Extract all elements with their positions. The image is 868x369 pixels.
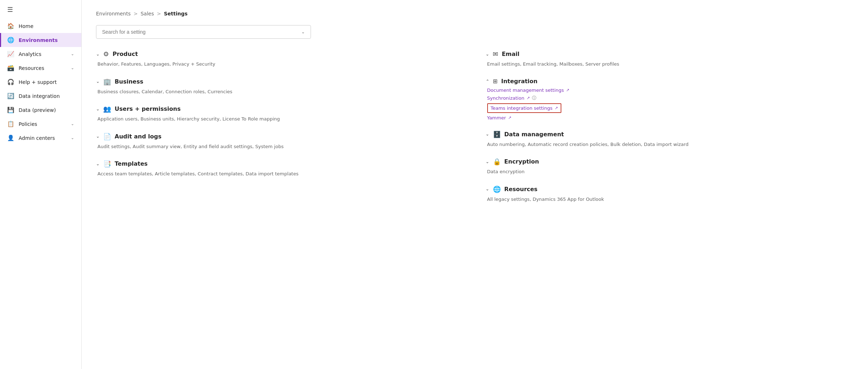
section-business: ⌄ 🏢 Business Business closures, Calendar… xyxy=(96,78,464,95)
external-link-icon: ↗ xyxy=(527,96,530,100)
sidebar-label: Data (preview) xyxy=(19,107,74,113)
doc-mgmt-link[interactable]: Document management settings ↗ xyxy=(487,87,854,93)
collapse-icon[interactable]: ⌄ xyxy=(486,132,489,137)
hamburger-menu[interactable]: ☰ xyxy=(0,0,81,19)
collapse-icon[interactable]: ⌄ xyxy=(96,79,100,84)
sidebar-item-help-support[interactable]: 🎧 Help + support xyxy=(0,75,81,89)
sidebar-item-policies[interactable]: 📋 Policies ⌄ xyxy=(0,117,81,131)
section-header-audit: ⌄ 📄 Audit and logs xyxy=(96,133,464,140)
section-title-resources-right[interactable]: Resources xyxy=(504,186,538,193)
section-header-resources-right: ⌄ 🌐 Resources xyxy=(486,185,854,193)
section-title-business[interactable]: Business xyxy=(115,78,143,85)
section-title-email[interactable]: Email xyxy=(502,51,519,57)
left-column: ⌄ ⚙️ Product Behavior, Features, Languag… xyxy=(96,50,464,213)
breadcrumb-sep2: > xyxy=(157,11,161,16)
collapse-icon[interactable]: ⌄ xyxy=(486,52,489,57)
info-icon: ⓘ xyxy=(532,95,536,101)
section-integration: ⌄ ⊞ Integration Document management sett… xyxy=(486,78,854,120)
section-title-users[interactable]: Users + permissions xyxy=(115,105,181,112)
collapse-icon[interactable]: ⌄ xyxy=(96,161,100,166)
section-header-encryption: ⌄ 🔒 Encryption xyxy=(486,158,854,165)
analytics-icon: 📈 xyxy=(7,51,14,57)
data-preview-icon: 💾 xyxy=(7,107,14,113)
section-links-audit: Audit settings, Audit summary view, Enti… xyxy=(96,143,464,150)
right-column: ⌄ ✉️ Email Email settings, Email trackin… xyxy=(486,50,854,213)
section-title-data-mgmt[interactable]: Data management xyxy=(504,131,564,138)
collapse-icon[interactable]: ⌄ xyxy=(96,52,100,57)
section-header-users: ⌄ 👥 Users + permissions xyxy=(96,105,464,113)
sidebar-item-environments[interactable]: 🌐 Environments xyxy=(0,33,81,47)
chevron-down-icon: ⌄ xyxy=(71,66,74,70)
section-title-encryption[interactable]: Encryption xyxy=(504,158,539,165)
section-header-templates: ⌄ 📑 Templates xyxy=(96,160,464,167)
policies-icon: 📋 xyxy=(7,120,14,127)
collapse-icon[interactable]: ⌄ xyxy=(486,159,489,164)
section-links-resources-right: All legacy settings, Dynamics 365 App fo… xyxy=(486,196,854,203)
section-users-permissions: ⌄ 👥 Users + permissions Application user… xyxy=(96,105,464,123)
sidebar-item-data-integration[interactable]: 🔄 Data integration xyxy=(0,89,81,103)
section-title-templates[interactable]: Templates xyxy=(115,160,148,167)
yammer-label: Yammer xyxy=(487,115,506,120)
section-links-email: Email settings, Email tracking, Mailboxe… xyxy=(486,61,854,68)
section-links-templates: Access team templates, Article templates… xyxy=(96,170,464,178)
section-data-management: ⌄ 🗄️ Data management Auto numbering, Aut… xyxy=(486,131,854,148)
sidebar-label: Help + support xyxy=(19,79,74,85)
breadcrumb-environments[interactable]: Environments xyxy=(96,11,131,16)
sidebar-label: Environments xyxy=(19,37,74,43)
sidebar-item-resources[interactable]: 🗃️ Resources ⌄ xyxy=(0,61,81,75)
search-input[interactable] xyxy=(102,29,301,35)
templates-icon: 📑 xyxy=(103,160,111,167)
collapse-icon[interactable]: ⌄ xyxy=(486,186,489,191)
data-integration-icon: 🔄 xyxy=(7,93,14,99)
section-title-audit[interactable]: Audit and logs xyxy=(115,133,162,140)
teams-integration-link[interactable]: Teams integration settings ↗ xyxy=(491,105,558,111)
integration-links: Document management settings ↗ Synchroni… xyxy=(486,87,854,120)
section-header-data-mgmt: ⌄ 🗄️ Data management xyxy=(486,131,854,138)
help-icon: 🎧 xyxy=(7,79,14,85)
main-content: Environments > Sales > Settings ⌄ ⌄ ⚙️ P… xyxy=(82,0,868,369)
sidebar-item-admin-centers[interactable]: 👤 Admin centers ⌄ xyxy=(0,131,81,145)
doc-mgmt-label: Document management settings xyxy=(487,87,564,93)
breadcrumb-sales[interactable]: Sales xyxy=(140,11,154,16)
resources-icon: 🗃️ xyxy=(7,65,14,71)
collapse-icon[interactable]: ⌄ xyxy=(96,134,100,139)
sidebar-item-home[interactable]: 🏠 Home xyxy=(0,19,81,33)
sidebar-label: Policies xyxy=(19,121,67,127)
search-bar[interactable]: ⌄ xyxy=(96,25,311,39)
sidebar-item-data-preview[interactable]: 💾 Data (preview) xyxy=(0,103,81,117)
section-resources-right: ⌄ 🌐 Resources All legacy settings, Dynam… xyxy=(486,185,854,203)
business-icon: 🏢 xyxy=(103,78,111,85)
section-header-business: ⌄ 🏢 Business xyxy=(96,78,464,85)
resources-right-icon: 🌐 xyxy=(493,185,501,193)
section-title-product[interactable]: Product xyxy=(112,51,138,57)
section-templates: ⌄ 📑 Templates Access team templates, Art… xyxy=(96,160,464,178)
section-audit-logs: ⌄ 📄 Audit and logs Audit settings, Audit… xyxy=(96,133,464,150)
sidebar-label: Analytics xyxy=(19,51,67,57)
section-links-users: Application users, Business units, Hiera… xyxy=(96,115,464,123)
external-link-icon: ↗ xyxy=(555,106,558,110)
chevron-down-icon: ⌄ xyxy=(71,122,74,126)
sidebar-item-analytics[interactable]: 📈 Analytics ⌄ xyxy=(0,47,81,61)
section-email: ⌄ ✉️ Email Email settings, Email trackin… xyxy=(486,50,854,68)
synchronization-label: Synchronization xyxy=(487,95,524,101)
collapse-icon[interactable]: ⌄ xyxy=(486,79,489,84)
synchronization-link[interactable]: Synchronization ↗ ⓘ xyxy=(487,95,854,101)
sidebar: ☰ 🏠 Home 🌐 Environments 📈 Analytics ⌄ 🗃️… xyxy=(0,0,82,369)
integration-icon: ⊞ xyxy=(493,78,498,85)
users-icon: 👥 xyxy=(103,105,111,113)
teams-integration-highlighted: Teams integration settings ↗ xyxy=(487,103,562,113)
breadcrumb-settings: Settings xyxy=(164,11,187,16)
sidebar-label: Resources xyxy=(19,65,67,71)
sidebar-nav: 🏠 Home 🌐 Environments 📈 Analytics ⌄ 🗃️ R… xyxy=(0,19,81,145)
section-header-integration: ⌄ ⊞ Integration xyxy=(486,78,854,85)
section-title-integration[interactable]: Integration xyxy=(501,78,538,85)
encryption-icon: 🔒 xyxy=(493,158,501,165)
chevron-down-icon: ⌄ xyxy=(71,52,74,56)
chevron-down-icon: ⌄ xyxy=(71,136,74,140)
yammer-link[interactable]: Yammer ↗ xyxy=(487,115,854,120)
section-links-encryption: Data encryption xyxy=(486,168,854,175)
sidebar-label: Home xyxy=(19,23,74,29)
settings-grid: ⌄ ⚙️ Product Behavior, Features, Languag… xyxy=(96,50,854,213)
external-link-icon: ↗ xyxy=(566,88,569,93)
collapse-icon[interactable]: ⌄ xyxy=(96,107,100,112)
